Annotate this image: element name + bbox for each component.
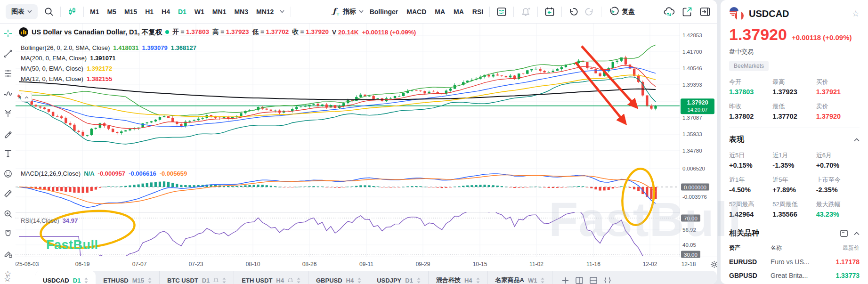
perf-stat-52周最低: 52周最低1.35566 <box>772 200 816 218</box>
macd-legend-value: -0.000957 <box>98 170 126 177</box>
grid-view-icon[interactable] <box>576 277 583 284</box>
brush-icon[interactable] <box>3 129 13 139</box>
chart-title[interactable]: US Dollar vs Canadian Dollar, D1, 不复权 <box>32 28 162 37</box>
chart-card: 图表 M1M5M15H1H4D1W1MN1MN3MN12 ƒ+ 指标 Bolli… <box>0 0 717 284</box>
price-axis-label: 1.35933 <box>682 131 702 137</box>
share-icon[interactable] <box>681 6 693 17</box>
related-header[interactable]: 相关品种 <box>729 228 860 238</box>
chevron-up-icon[interactable] <box>854 138 860 142</box>
indicators-button[interactable]: ƒ+ 指标 <box>333 7 363 16</box>
chart-tab-ETHUSD[interactable]: ETHUSDM15 <box>96 271 160 284</box>
macd-legend[interactable]: MACD(12,26,9,Close)N/A-0.000957-0.006616… <box>21 170 187 177</box>
chart-tab-混合科技[interactable]: 混合科技H4 <box>429 271 488 284</box>
legend-row-3[interactable]: MA(12, 0, EMA, Close)1.382155 <box>21 75 112 82</box>
undo-icon[interactable] <box>568 7 578 17</box>
timeframe-m15[interactable]: M15 <box>124 8 137 16</box>
indicator-shortcut-rsi-4[interactable]: RSI <box>472 8 483 16</box>
replay-label: 复盘 <box>622 8 635 16</box>
timeframe-mn12[interactable]: MN12 <box>256 8 274 16</box>
quote-sidebar: USDCAD ☆ 1.37920 +0.00118 (+0.09%) 盘中交易 … <box>721 0 868 284</box>
indicator-shortcut-ma-2[interactable]: MA <box>435 8 445 16</box>
legend-row-1[interactable]: MA(200, 0, EMA, Close)1.391071 <box>21 55 115 62</box>
stat-value: +7.89% <box>772 186 816 194</box>
text-tool-icon[interactable] <box>3 148 13 159</box>
timeframe-h4[interactable]: H4 <box>162 8 170 16</box>
toolbar-divider <box>601 7 601 17</box>
stat-label: 买价 <box>816 78 860 86</box>
stat-label: 近1月 <box>772 151 816 160</box>
legend-row-1-value: 1.391071 <box>90 55 115 62</box>
code-braces-icon[interactable] <box>604 277 611 284</box>
stat-label: 近5日 <box>729 151 772 160</box>
stat-label: 近5年 <box>772 176 816 184</box>
timeframe-d1[interactable]: D1 <box>178 8 187 16</box>
magnet-icon[interactable] <box>3 228 13 239</box>
timeframe-h1[interactable]: H1 <box>145 8 154 16</box>
rsi-legend-label: RSI(14,Close) <box>21 217 59 224</box>
chart-menu-button[interactable]: 图表 <box>6 4 38 19</box>
trend-line-icon[interactable] <box>3 49 13 59</box>
performance-header[interactable]: 表现 <box>729 135 860 145</box>
time-axis-label: 10-15 <box>473 261 487 268</box>
tabbar-star-icon[interactable]: ☆ <box>4 274 11 284</box>
related-table-header: 资产 名称 最新价 <box>729 244 860 252</box>
rsi-legend[interactable]: RSI(14,Close)34.97 <box>21 217 78 224</box>
list-panel-icon[interactable] <box>840 230 848 237</box>
favorite-star-icon[interactable]: ☆ <box>852 8 860 19</box>
timeframe-mn1[interactable]: MN1 <box>212 8 227 16</box>
timeframe-m1[interactable]: M1 <box>90 8 99 16</box>
related-row-EURUSD[interactable]: EURUSDEuro vs US...1.17178 <box>729 258 860 266</box>
indicator-shortcut-ma-3[interactable]: MA <box>454 8 464 16</box>
price-axis-label: 1.42853 <box>682 32 702 38</box>
fib-retracement-icon[interactable] <box>3 68 13 79</box>
alert-bell-icon[interactable] <box>520 6 531 17</box>
timeframe-w1[interactable]: W1 <box>195 8 204 16</box>
pitchfork-icon[interactable] <box>3 108 13 119</box>
related-asset: EURUSD <box>729 258 771 266</box>
wave-pattern-icon[interactable] <box>3 89 13 99</box>
candle-style-icon[interactable] <box>67 7 77 17</box>
crosshair-icon[interactable] <box>3 28 13 39</box>
ohlc-change: +0.00118 (+0.09%) <box>362 29 416 36</box>
chart-tab-GBPUSD[interactable]: GBPUSDH4 <box>308 271 369 284</box>
perf-stat-最大跌幅: 最大跌幅43.23% <box>816 200 860 218</box>
timeframe-m5[interactable]: M5 <box>107 8 116 16</box>
tab-timeframe: M15 <box>132 277 144 284</box>
quote-stat-昨收: 昨收1.37802 <box>729 102 772 120</box>
emoji-sticker-icon[interactable] <box>3 169 13 179</box>
layout-icon[interactable] <box>496 6 507 17</box>
search-icon[interactable] <box>44 7 54 17</box>
related-row-GBPUSD[interactable]: GBPUSDGreat Brita...1.33773 <box>729 272 860 279</box>
indicator-shortcut-bollinger-0[interactable]: Bollinger <box>370 8 398 16</box>
pane-collapse-button[interactable] <box>21 93 32 102</box>
zoom-in-icon[interactable] <box>3 209 13 219</box>
chart-canvas[interactable] <box>0 0 717 284</box>
time-axis-label: 11-16 <box>586 261 600 268</box>
time-axis-label: 12-02 <box>643 261 657 268</box>
replay-button[interactable]: 复盘 <box>608 6 635 17</box>
collapse-panel-icon[interactable] <box>699 6 711 17</box>
stat-value: +0.70% <box>816 162 860 169</box>
panel-view-icon[interactable] <box>590 277 597 284</box>
economic-calendar-icon[interactable] <box>544 6 555 17</box>
time-axis-settings-gear[interactable] <box>710 260 717 268</box>
legend-row-2[interactable]: MA(50, 0, EMA, Close)1.392172 <box>21 65 112 72</box>
timeframe-chevron-down-icon[interactable] <box>280 10 284 13</box>
timeframe-mn3[interactable]: MN3 <box>234 8 248 16</box>
chart-tab-USDJPY[interactable]: USDJPYD1 <box>369 271 429 284</box>
drawing-lock-icon[interactable] <box>3 249 13 259</box>
add-tab-icon[interactable] <box>562 277 569 284</box>
chart-tab-ETH-USDT[interactable]: ETH USDTH4 <box>234 271 308 284</box>
broker-badge[interactable]: BeeMarkets <box>729 61 769 71</box>
measure-icon[interactable] <box>3 188 13 199</box>
time-axis[interactable]: 025-06-0306-1907-0707-2308-1008-2609-110… <box>16 257 717 271</box>
chart-tab-名家商品A[interactable]: 名家商品AW1 <box>488 271 553 284</box>
chevron-up-icon[interactable] <box>854 232 860 235</box>
legend-row-0[interactable]: Bollinger(26, 0, 2.0, SMA, Close)1.41803… <box>21 44 196 51</box>
chart-tab-USDCAD[interactable]: USDCADD1 <box>35 271 96 284</box>
indicator-shortcut-macd-1[interactable]: MACD <box>406 8 426 16</box>
redo-icon[interactable] <box>584 7 595 17</box>
timeframe-group: M1M5M15H1H4D1W1MN1MN3MN12 <box>90 8 274 16</box>
cloud-sync-icon[interactable] <box>663 6 675 18</box>
chart-tab-BTC-USDT[interactable]: BTC USDTD1 <box>160 271 234 284</box>
